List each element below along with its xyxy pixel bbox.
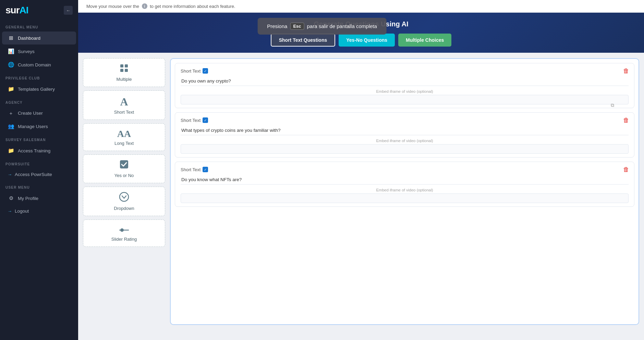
qtype-slider-rating[interactable]: Slider Rating <box>83 219 165 247</box>
sidebar-item-dashboard[interactable]: ⊞ Dashboard <box>2 32 76 45</box>
dashboard-icon: ⊞ <box>8 35 14 41</box>
sidebar-back-button[interactable]: ← <box>64 6 73 15</box>
sidebar-section-label-powrsuite: POWRSUITE <box>0 158 78 168</box>
short-text-icon: A <box>120 96 128 108</box>
qtype-label-dropdown: Dropdown <box>114 206 134 211</box>
sidebar-section-user-menu: USER MENU ⚙ My Profile → Logout <box>0 181 78 217</box>
q3-input[interactable] <box>181 175 629 185</box>
q2-checkbox[interactable]: ✓ <box>203 117 208 123</box>
qtype-long-text[interactable]: AA Long Text <box>83 123 165 151</box>
sidebar-item-logout[interactable]: → Logout <box>2 205 76 217</box>
info-icon: i <box>142 3 147 9</box>
q3-embed-input[interactable] <box>181 193 629 203</box>
sidebar-item-templates-gallery[interactable]: 📁 Templates Gallery <box>2 83 76 96</box>
folder-icon-training: 📁 <box>8 148 14 154</box>
sidebar-item-access-powrsuite[interactable]: → Access PowrSuite <box>2 168 76 180</box>
q1-embed-label: Embed iframe of video (optional) <box>181 89 629 93</box>
logo-sur: sur <box>5 5 20 15</box>
q2-input[interactable] <box>181 126 629 135</box>
topbar-message: Move your mouse over the <box>86 4 139 9</box>
q2-embed-input[interactable] <box>181 144 629 154</box>
qtype-yes-or-no[interactable]: Yes or No <box>83 154 165 183</box>
sidebar-item-label-surveys: Surveys <box>18 49 35 54</box>
sidebar-item-label-access-powrsuite: Access PowrSuite <box>15 172 52 177</box>
svg-rect-1 <box>125 64 128 67</box>
question-card-header-2: Short Text ✓ <box>181 117 629 123</box>
sidebar-section-label-agency: AGENCY <box>0 96 78 106</box>
yes-or-no-icon <box>119 160 129 172</box>
svg-point-7 <box>120 228 124 232</box>
folder-icon-privilege: 📁 <box>8 86 14 92</box>
svg-rect-3 <box>125 69 128 72</box>
sidebar-section-label-general: GENERAL MENU <box>0 21 78 31</box>
q2-embed-label: Embed iframe of video (optional) <box>181 139 629 143</box>
svg-point-5 <box>120 192 129 201</box>
qtype-label-yes-or-no: Yes or No <box>114 173 134 178</box>
sidebar-item-manage-users[interactable]: 👥 Manage Users <box>2 120 76 133</box>
q1-embed-input[interactable] <box>181 95 629 104</box>
q3-checkbox[interactable]: ✓ <box>203 167 208 172</box>
sidebar-section-label-user-menu: USER MENU <box>0 181 78 191</box>
question-card-1: Short Text ✓ 🗑 ⧉ Embed iframe of video (… <box>175 63 634 108</box>
ai-button-group: Short Text Questions Yes-No Questions Mu… <box>86 34 636 47</box>
qtype-dropdown[interactable]: Dropdown <box>83 187 165 216</box>
surveys-icon: 📊 <box>8 48 14 54</box>
sidebar: surAI ← GENERAL MENU ⊞ Dashboard 📊 Surve… <box>0 0 78 340</box>
sidebar-item-access-training[interactable]: 📁 Access Training <box>2 144 76 157</box>
sidebar-item-label-templates-gallery: Templates Gallery <box>18 87 55 92</box>
arrow-icon-powrsuite: → <box>8 172 12 177</box>
esc-key-badge: Esc <box>290 23 304 30</box>
question-card-header-3: Short Text ✓ <box>181 167 629 172</box>
q2-delete-button[interactable]: 🗑 <box>623 117 629 124</box>
q2-type-label: Short Text <box>181 118 201 123</box>
slider-rating-icon <box>119 225 129 235</box>
q3-delete-button[interactable]: 🗑 <box>623 166 629 173</box>
svg-rect-2 <box>120 69 123 72</box>
yes-no-questions-button[interactable]: Yes-No Questions <box>339 34 395 47</box>
sidebar-item-label-my-profile: My Profile <box>18 196 38 201</box>
qtype-label-multiple: Multiple <box>117 77 132 82</box>
multiple-choices-button[interactable]: Multiple Choices <box>398 34 451 47</box>
questions-list: Short Text ✓ 🗑 ⧉ Embed iframe of video (… <box>170 58 639 325</box>
sidebar-section-powrsuite: POWRSUITE → Access PowrSuite <box>0 158 78 181</box>
qtype-short-text[interactable]: A Short Text <box>83 90 165 120</box>
sidebar-item-label-dashboard: Dashboard <box>18 36 40 41</box>
sidebar-item-custom-domain[interactable]: 🌐 Custom Domain <box>2 58 76 71</box>
sidebar-section-label-privilege: PRIVILEGE CLUB <box>0 72 78 82</box>
q1-type-label: Short Text <box>181 68 201 74</box>
svg-rect-0 <box>120 64 123 67</box>
sidebar-item-label-manage-users: Manage Users <box>18 124 48 129</box>
q1-copy-icon: ⧉ <box>611 102 614 108</box>
plus-icon: + <box>8 110 14 116</box>
qtype-label-slider-rating: Slider Rating <box>111 237 137 242</box>
escape-prefix: Presiona <box>267 23 287 29</box>
sidebar-section-general: GENERAL MENU ⊞ Dashboard 📊 Surveys 🌐 Cus… <box>0 21 78 72</box>
dropdown-icon <box>119 192 129 204</box>
question-card-header-1: Short Text ✓ <box>181 68 629 74</box>
sidebar-item-label-logout: Logout <box>15 209 29 214</box>
sidebar-section-agency: AGENCY + Create User 👥 Manage Users <box>0 96 78 133</box>
sidebar-section-salesman: SURVEY SALESMAN 📁 Access Training <box>0 133 78 158</box>
q1-delete-button[interactable]: 🗑 <box>623 67 629 75</box>
q3-type-label: Short Text <box>181 167 201 172</box>
sidebar-item-label-custom-domain: Custom Domain <box>18 62 51 67</box>
gear-icon: ⚙ <box>8 195 14 201</box>
qtype-label-short-text: Short Text <box>114 110 134 115</box>
sidebar-item-create-user[interactable]: + Create User <box>2 107 76 119</box>
multiple-icon <box>119 63 129 75</box>
long-text-icon: AA <box>117 128 131 139</box>
logo-ai: AI <box>20 5 28 15</box>
sidebar-item-label-access-training: Access Training <box>18 148 50 153</box>
question-card-2: Short Text ✓ 🗑 Embed iframe of video (op… <box>175 112 634 158</box>
sidebar-section-label-salesman: SURVEY SALESMAN <box>0 133 78 144</box>
question-card-3: Short Text ✓ 🗑 Embed iframe of video (op… <box>175 162 634 207</box>
users-icon: 👥 <box>8 123 14 129</box>
q1-checkbox[interactable]: ✓ <box>203 68 208 74</box>
columns-area: Multiple A Short Text AA Long Text Yes o… <box>78 53 644 330</box>
q1-input[interactable] <box>181 76 629 86</box>
sidebar-item-surveys[interactable]: 📊 Surveys <box>2 45 76 58</box>
qtype-multiple[interactable]: Multiple <box>83 58 165 87</box>
sidebar-item-my-profile[interactable]: ⚙ My Profile <box>2 192 76 205</box>
short-text-questions-button[interactable]: Short Text Questions <box>271 34 336 47</box>
sidebar-section-privilege: PRIVILEGE CLUB 📁 Templates Gallery <box>0 72 78 96</box>
